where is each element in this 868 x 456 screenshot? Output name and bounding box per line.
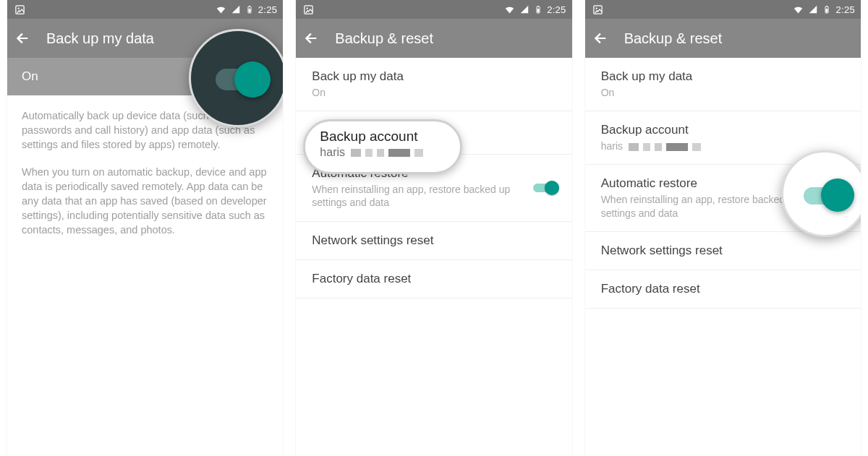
battery-icon bbox=[534, 4, 542, 15]
screen-backup-reset-b: 2:25 Backup & reset Back up my data On B… bbox=[585, 0, 861, 456]
row-primary: Network settings reset bbox=[312, 233, 556, 248]
battery-icon bbox=[245, 4, 254, 15]
screen-backup-reset-a: 2:25 Backup & reset Back up my data On A… bbox=[296, 0, 571, 456]
wifi-icon bbox=[216, 4, 226, 15]
action-bar: Backup & reset bbox=[585, 19, 861, 58]
row-primary: Network settings reset bbox=[601, 244, 845, 258]
signal-icon bbox=[231, 4, 241, 14]
screen-backup-my-data: 2:25 Back up my data On Automatically ba… bbox=[7, 0, 283, 456]
row-factory-data-reset[interactable]: Factory data reset bbox=[296, 260, 571, 298]
status-bar: 2:25 bbox=[585, 0, 861, 19]
backup-state-label: On bbox=[22, 69, 38, 84]
row-backup-account[interactable] bbox=[296, 111, 571, 155]
page-title: Backup & reset bbox=[335, 30, 433, 47]
row-automatic-restore[interactable]: Automatic restore When reinstalling an a… bbox=[296, 155, 571, 221]
row-secondary: On bbox=[601, 86, 845, 99]
row-primary: Factory data reset bbox=[601, 282, 845, 296]
wifi-icon bbox=[793, 4, 804, 15]
automatic-restore-toggle[interactable] bbox=[533, 181, 559, 195]
status-bar: 2:25 bbox=[296, 0, 571, 19]
action-bar: Backup & reset bbox=[296, 19, 571, 58]
status-clock: 2:25 bbox=[547, 4, 566, 15]
description-text: Automatically back up device data (such … bbox=[7, 95, 283, 241]
row-backup-account[interactable]: Backup account haris bbox=[585, 111, 861, 165]
row-secondary: When reinstalling an app, restore backed… bbox=[601, 193, 810, 219]
row-automatic-restore[interactable]: Automatic restore When reinstalling an a… bbox=[585, 165, 861, 231]
row-backup-my-data[interactable]: Back up my data On bbox=[296, 58, 571, 111]
row-primary: Factory data reset bbox=[312, 272, 556, 286]
row-primary: Automatic restore bbox=[312, 166, 521, 181]
back-button[interactable] bbox=[303, 30, 319, 46]
row-network-settings-reset[interactable]: Network settings reset bbox=[585, 232, 861, 270]
row-factory-data-reset[interactable]: Factory data reset bbox=[585, 270, 861, 309]
back-button[interactable] bbox=[592, 30, 608, 46]
status-clock: 2:25 bbox=[835, 4, 855, 15]
automatic-restore-toggle[interactable] bbox=[822, 191, 848, 205]
screenshot-icon bbox=[592, 4, 603, 15]
redacted-email bbox=[629, 143, 701, 151]
row-primary: Backup account bbox=[601, 123, 845, 137]
row-backup-my-data[interactable]: Back up my data On bbox=[585, 58, 861, 111]
wifi-icon bbox=[504, 4, 515, 15]
signal-icon bbox=[519, 4, 529, 14]
status-clock: 2:25 bbox=[258, 4, 278, 15]
row-secondary: When reinstalling an app, restore backed… bbox=[312, 183, 521, 209]
row-secondary: On bbox=[312, 86, 556, 99]
row-primary: Automatic restore bbox=[601, 176, 810, 191]
backup-toggle-row[interactable]: On bbox=[7, 58, 283, 95]
row-network-settings-reset[interactable]: Network settings reset bbox=[296, 222, 571, 260]
row-primary: Back up my data bbox=[601, 69, 845, 84]
back-button[interactable] bbox=[14, 30, 30, 46]
screenshot-icon bbox=[14, 4, 25, 15]
page-title: Back up my data bbox=[46, 30, 154, 47]
row-secondary: haris bbox=[601, 139, 845, 152]
row-primary: Back up my data bbox=[312, 69, 556, 84]
description-para-2: When you turn on automatic backup, devic… bbox=[22, 165, 268, 237]
signal-icon bbox=[808, 4, 818, 14]
page-title: Backup & reset bbox=[624, 30, 723, 47]
description-para-1: Automatically back up device data (such … bbox=[22, 108, 268, 152]
status-bar: 2:25 bbox=[7, 0, 283, 19]
battery-icon bbox=[822, 4, 831, 15]
screenshot-icon bbox=[303, 4, 314, 15]
action-bar: Back up my data bbox=[7, 19, 283, 58]
